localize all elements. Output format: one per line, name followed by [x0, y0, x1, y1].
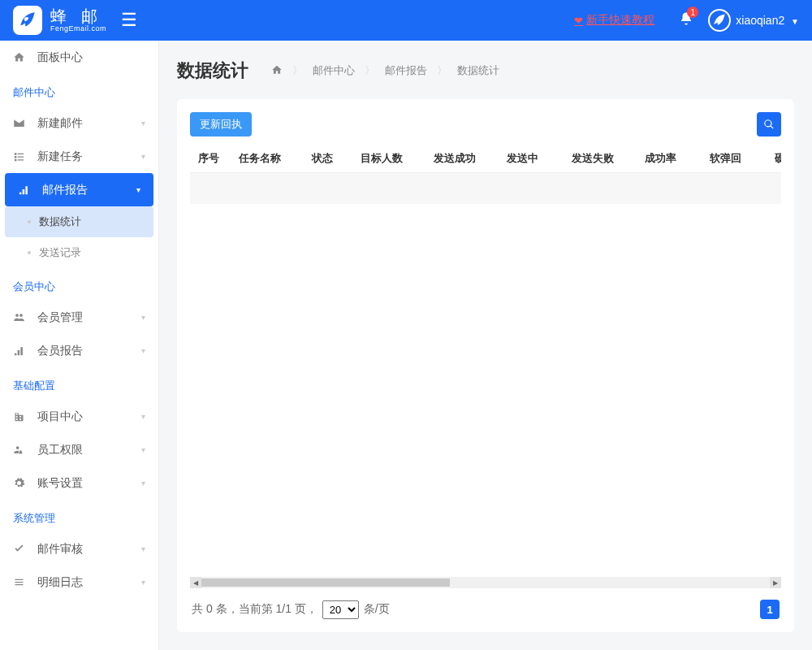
- chart-icon: [13, 344, 29, 357]
- sidebar-label: 邮件报告: [42, 183, 88, 197]
- sidebar-item-detail-log[interactable]: 明细日志 ▾: [0, 566, 158, 599]
- sidebar-item-mail-audit[interactable]: 邮件审核 ▾: [0, 532, 158, 566]
- sidebar-item-new-task[interactable]: 新建任务 ▾: [0, 140, 158, 173]
- top-header: 蜂 邮 FengEmail.com ☰ ❤ 新手快速教程 1 xiaoqian2…: [0, 0, 812, 41]
- dot-icon: [28, 220, 31, 223]
- chevron-down-icon: ▾: [141, 346, 145, 355]
- tutorial-label: 新手快速教程: [586, 13, 654, 28]
- user-avatar[interactable]: [708, 9, 731, 32]
- brand-sub: FengEmail.com: [50, 25, 106, 33]
- sidebar-sub-send-log[interactable]: 发送记录: [0, 237, 158, 268]
- brand-name: 蜂 邮: [50, 7, 106, 25]
- col-success: 发送成功: [425, 151, 499, 166]
- table-container: 序号 任务名称 状态 目标人数 发送成功 发送中 发送失败 成功率 软弹回 硬弹…: [190, 145, 781, 577]
- home-icon[interactable]: [271, 64, 283, 78]
- col-status: 状态: [304, 151, 352, 166]
- sidebar-label: 项目中心: [37, 410, 83, 424]
- chart-icon: [18, 184, 34, 196]
- table-empty-message: No matching recor: [190, 173, 781, 204]
- sidebar-label: 明细日志: [37, 575, 83, 590]
- chevron-down-icon: ▼: [791, 17, 799, 26]
- sidebar-label: 会员报告: [37, 344, 83, 358]
- sidebar-section-member: 会员中心: [0, 268, 158, 301]
- chevron-down-icon: ▾: [141, 445, 145, 454]
- table-header: 序号 任务名称 状态 目标人数 发送成功 发送中 发送失败 成功率 软弹回 硬弹…: [190, 145, 781, 173]
- sidebar-label: 发送记录: [39, 245, 81, 260]
- sidebar-label: 员工权限: [37, 443, 83, 457]
- sidebar: 面板中心 邮件中心 新建邮件 ▾ 新建任务 ▾ 邮件报告 ▾ 数据统计 发送记录…: [0, 41, 159, 650]
- pager-info: 共 0 条，当前第 1/1 页，: [192, 602, 317, 617]
- users-icon: [13, 311, 29, 323]
- sidebar-item-mail-report[interactable]: 邮件报告 ▾: [5, 173, 153, 206]
- notification-bell[interactable]: 1: [679, 11, 693, 29]
- col-sending: 发送中: [499, 151, 564, 166]
- sidebar-item-new-mail[interactable]: 新建邮件 ▾: [0, 106, 158, 140]
- col-target: 目标人数: [352, 151, 425, 166]
- search-icon: [763, 119, 775, 130]
- breadcrumb-mail-center[interactable]: 邮件中心: [313, 63, 355, 78]
- chevron-right-icon: 〉: [292, 63, 303, 78]
- col-seq: 序号: [190, 151, 231, 166]
- chevron-down-icon: ▾: [141, 119, 145, 128]
- pager-suffix: 条/页: [364, 602, 390, 617]
- dot-icon: [28, 251, 31, 254]
- pagination: 共 0 条，当前第 1/1 页， 20 条/页 1: [177, 588, 794, 619]
- chevron-right-icon: 〉: [365, 63, 375, 78]
- refresh-receipt-button[interactable]: 更新回执: [190, 112, 252, 136]
- scroll-left-arrow[interactable]: ◀: [190, 577, 201, 588]
- gear-icon: [13, 477, 29, 489]
- main-content: 数据统计 〉 邮件中心 〉 邮件报告 〉 数据统计 更新回执 序号: [159, 41, 812, 650]
- sidebar-item-staff[interactable]: 员工权限 ▾: [0, 433, 158, 466]
- page-size-select[interactable]: 20: [322, 600, 359, 619]
- sidebar-section-sys: 系统管理: [0, 500, 158, 532]
- sidebar-item-member-mgmt[interactable]: 会员管理 ▾: [0, 301, 158, 334]
- chevron-right-icon: 〉: [437, 63, 447, 78]
- username-label: xiaoqian2: [736, 14, 784, 27]
- col-hardbounce: 硬弹回: [767, 151, 781, 166]
- chevron-down-icon: ▾: [141, 412, 145, 421]
- sidebar-label: 面板中心: [37, 50, 83, 65]
- search-button[interactable]: [757, 112, 781, 136]
- sidebar-label: 邮件审核: [37, 542, 83, 557]
- breadcrumb: 〉 邮件中心 〉 邮件报告 〉 数据统计: [271, 63, 499, 78]
- chevron-down-icon: ▾: [141, 152, 145, 161]
- chevron-down-icon: ▾: [141, 313, 145, 322]
- current-page-badge[interactable]: 1: [760, 600, 780, 619]
- chevron-down-icon: ▾: [141, 479, 145, 488]
- menu-toggle-icon[interactable]: ☰: [121, 10, 137, 31]
- notification-badge: 1: [687, 6, 698, 18]
- page-title: 数据统计: [177, 58, 248, 83]
- col-task-name: 任务名称: [231, 151, 304, 166]
- sidebar-label: 新建邮件: [37, 116, 83, 131]
- envelope-icon: [13, 117, 29, 129]
- check-icon: [13, 543, 29, 555]
- sidebar-label: 账号设置: [37, 476, 83, 491]
- sidebar-label: 数据统计: [39, 214, 81, 229]
- breadcrumb-current: 数据统计: [457, 63, 499, 78]
- heart-icon: ❤: [574, 15, 583, 27]
- data-card: 更新回执 序号 任务名称 状态 目标人数 发送成功 发送中 发送失败 成功率 软…: [177, 99, 794, 632]
- user-lock-icon: [13, 444, 29, 456]
- list-icon: [13, 150, 29, 162]
- sidebar-item-account[interactable]: 账号设置 ▾: [0, 466, 158, 500]
- sidebar-section-mail: 邮件中心: [0, 74, 158, 106]
- scroll-thumb[interactable]: [201, 578, 450, 587]
- list-icon: [13, 576, 29, 588]
- chevron-down-icon: ▾: [136, 185, 140, 194]
- sidebar-item-project[interactable]: 项目中心 ▾: [0, 400, 158, 433]
- scroll-right-arrow[interactable]: ▶: [770, 577, 781, 588]
- horizontal-scrollbar[interactable]: ◀ ▶: [190, 577, 781, 588]
- col-softbounce: 软弹回: [702, 151, 767, 166]
- sidebar-item-member-report[interactable]: 会员报告 ▾: [0, 334, 158, 367]
- sidebar-sub-data-stats[interactable]: 数据统计: [5, 206, 153, 237]
- page-header: 数据统计 〉 邮件中心 〉 邮件报告 〉 数据统计: [177, 58, 794, 83]
- tutorial-link[interactable]: ❤ 新手快速教程: [574, 13, 654, 28]
- brand-logo[interactable]: [13, 6, 42, 35]
- breadcrumb-mail-report[interactable]: 邮件报告: [385, 63, 427, 78]
- sidebar-item-dashboard[interactable]: 面板中心: [0, 41, 158, 74]
- username-dropdown[interactable]: xiaoqian2 ▼: [736, 14, 799, 27]
- col-rate: 成功率: [637, 151, 702, 166]
- building-icon: [13, 410, 29, 422]
- dashboard-icon: [13, 51, 29, 63]
- chevron-down-icon: ▾: [141, 544, 145, 553]
